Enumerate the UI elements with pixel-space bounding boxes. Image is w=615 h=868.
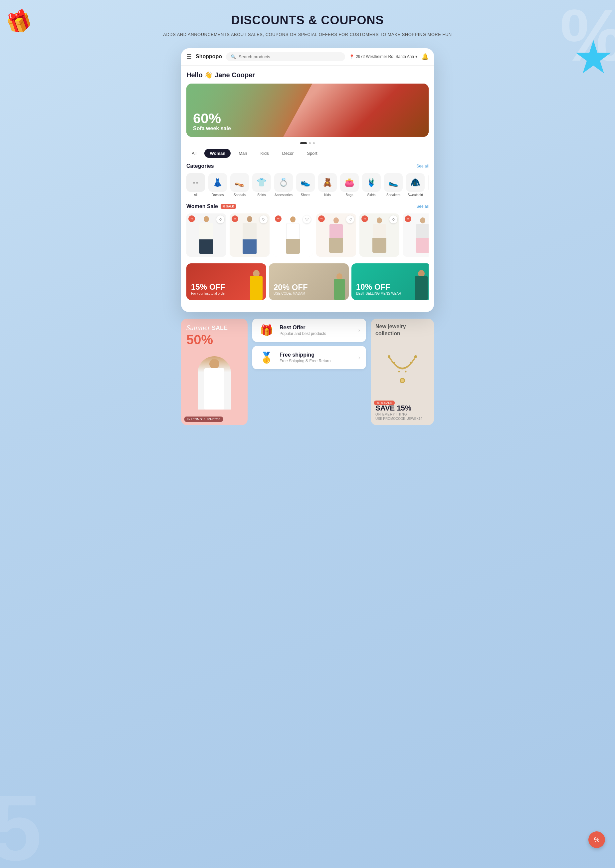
promo-banner-1[interactable]: 15% OFF For your first total order xyxy=(186,263,266,300)
promo-banner-2[interactable]: 20% OFF USE CODE: MADAM xyxy=(269,263,349,300)
best-offer-icon: 🎁 xyxy=(258,324,275,336)
category-kids-icon: 🧸 xyxy=(318,173,337,192)
category-shoes-icon: 👟 xyxy=(296,173,315,192)
free-shipping-text: Free shipping Free Shipping & Free Retur… xyxy=(279,352,354,363)
product-img-3: % ♡ xyxy=(273,213,313,257)
tab-woman[interactable]: Woman xyxy=(204,149,231,158)
search-icon: 🔍 xyxy=(231,54,236,59)
jewelry-sale-badge: % % SALE xyxy=(374,400,395,405)
tab-sport[interactable]: Sport xyxy=(301,149,323,158)
category-dresses[interactable]: 👗 Dresses xyxy=(208,173,227,197)
summer-text: Summer xyxy=(186,324,210,331)
hero-title: Sofa week sale xyxy=(193,125,231,131)
page-title: DISCOUNTS & COUPONS xyxy=(7,13,608,27)
svg-point-1 xyxy=(401,379,404,382)
product-card-2[interactable]: % ♡ xyxy=(229,213,270,257)
product-card-3[interactable]: % ♡ xyxy=(273,213,313,257)
product-card-5[interactable]: % ♡ xyxy=(359,213,400,257)
category-all-label: All xyxy=(194,193,197,197)
summer-promo-tag: % PROMO: SUMMER50 xyxy=(184,416,223,422)
dot-1[interactable] xyxy=(300,142,307,144)
sale-badge-icon: % xyxy=(594,837,599,843)
menu-icon[interactable]: ☰ xyxy=(186,53,192,60)
bg-star-deco xyxy=(575,40,612,77)
product-card-1[interactable]: % ♡ xyxy=(186,213,226,257)
category-shirts-icon: 👕 xyxy=(252,173,271,192)
notification-bell-icon[interactable]: 🔔 xyxy=(421,53,429,60)
category-dresses-icon: 👗 xyxy=(208,173,227,192)
app-content: Hello 👋 Jane Cooper 60% Sofa week sale A… xyxy=(181,66,434,312)
tab-kids[interactable]: Kids xyxy=(255,149,274,158)
product-img-5: % ♡ xyxy=(359,213,400,257)
product-3-sale-badge: % xyxy=(275,216,281,222)
free-shipping-subtitle: Free Shipping & Free Return xyxy=(279,358,354,363)
product-3-heart[interactable]: ♡ xyxy=(303,216,311,224)
category-skirts-label: Skirts xyxy=(367,193,376,197)
dot-3[interactable] xyxy=(313,142,315,144)
category-sandals-label: Sandals xyxy=(234,193,246,197)
product-card-4[interactable]: % ♡ xyxy=(316,213,356,257)
free-shipping-card[interactable]: 🥇 Free shipping Free Shipping & Free Ret… xyxy=(252,346,366,369)
search-bar[interactable]: 🔍 xyxy=(226,52,345,61)
summer-title-row: Summer SALE xyxy=(186,324,242,332)
filter-tabs: All Woman Man Kids Decor Sport xyxy=(186,149,429,158)
categories-list: ≡ ≡ All 👗 Dresses 👡 Sandals 👕 Shirts 💍 A… xyxy=(186,173,429,198)
promo-banners: 15% OFF For your first total order 20% O… xyxy=(186,263,429,300)
summer-woman-figure xyxy=(198,356,231,410)
product-5-sale-badge: % xyxy=(361,216,368,222)
tab-decor[interactable]: Decor xyxy=(277,149,299,158)
location-text: 2972 Westheimer Rd. Santa Ana xyxy=(356,54,414,59)
category-all-icon: ≡ ≡ xyxy=(186,173,205,192)
product-card-6[interactable]: % ♡ xyxy=(403,213,429,257)
app-card: ☰ Shoppopo 🔍 📍 2972 Westheimer Rd. Santa… xyxy=(181,48,434,312)
summer-sale-text: Summer SALE 50% xyxy=(186,324,242,346)
best-offer-card[interactable]: 🎁 Best Offer Popular and best products › xyxy=(252,319,366,342)
figure-head xyxy=(209,359,219,369)
hero-banner[interactable]: 60% Sofa week sale xyxy=(186,84,429,137)
tab-man[interactable]: Man xyxy=(233,149,252,158)
dot-2[interactable] xyxy=(309,142,311,144)
category-accessories[interactable]: 💍 Accessories xyxy=(274,173,293,197)
category-all[interactable]: ≡ ≡ All xyxy=(186,173,205,197)
category-bags[interactable]: 👛 Bags xyxy=(340,173,359,197)
category-shirts[interactable]: 👕 Shirts xyxy=(252,173,271,197)
product-1-heart[interactable]: ♡ xyxy=(216,216,224,224)
category-sweatshirt[interactable]: 🧥 Sweatshirt xyxy=(406,173,425,197)
sale-text: SALE xyxy=(212,325,228,332)
category-skirts[interactable]: 🩱 Skirts xyxy=(362,173,381,197)
free-shipping-arrow-icon: › xyxy=(358,355,360,361)
category-jeans[interactable]: 👖 Jeans xyxy=(428,173,429,197)
summer-sale-card[interactable]: Summer SALE 50% % PROMO: SUMMER50 xyxy=(181,319,248,425)
product-1-sale-badge: % xyxy=(188,216,195,222)
figure-body xyxy=(204,368,224,410)
category-shoes[interactable]: 👟 Shoes xyxy=(296,173,315,197)
category-kids[interactable]: 🧸 Kids xyxy=(318,173,337,197)
location-icon: 📍 xyxy=(349,54,354,59)
promo-2-figure xyxy=(333,273,346,300)
category-sandals[interactable]: 👡 Sandals xyxy=(230,173,249,197)
categories-header: Categories See all xyxy=(186,163,429,169)
page-header: DISCOUNTS & COUPONS ADDS AND ANNOUNCEMEN… xyxy=(7,13,608,38)
category-sweatshirt-icon: 🧥 xyxy=(406,173,425,192)
jewelry-card[interactable]: New jewelry collection % % SALE xyxy=(371,319,434,425)
category-dresses-label: Dresses xyxy=(212,193,224,197)
category-skirts-icon: 🩱 xyxy=(362,173,381,192)
tab-all[interactable]: All xyxy=(186,149,202,158)
sale-badge-floating[interactable]: % xyxy=(588,831,605,848)
category-accessories-icon: 💍 xyxy=(274,173,293,192)
category-sneakers[interactable]: 🥿 Sneakers xyxy=(384,173,403,197)
best-offer-title: Best Offer xyxy=(279,325,354,331)
promo-banner-3[interactable]: 10% OFF BEST SELLING MENS WEAR xyxy=(351,263,429,300)
promo-3-figure xyxy=(414,270,429,300)
product-img-4: % ♡ xyxy=(316,213,356,257)
categories-see-all[interactable]: See all xyxy=(416,164,429,169)
product-5-heart[interactable]: ♡ xyxy=(389,216,397,224)
product-4-heart[interactable]: ♡ xyxy=(346,216,354,224)
product-2-heart[interactable]: ♡ xyxy=(259,216,268,224)
location-selector[interactable]: 📍 2972 Westheimer Rd. Santa Ana ▾ xyxy=(349,54,417,59)
women-sale-see-all[interactable]: See all xyxy=(416,204,429,209)
svg-point-6 xyxy=(405,371,407,372)
category-bags-label: Bags xyxy=(346,193,353,197)
product-img-6: % ♡ xyxy=(403,213,429,257)
search-input[interactable] xyxy=(239,54,340,59)
